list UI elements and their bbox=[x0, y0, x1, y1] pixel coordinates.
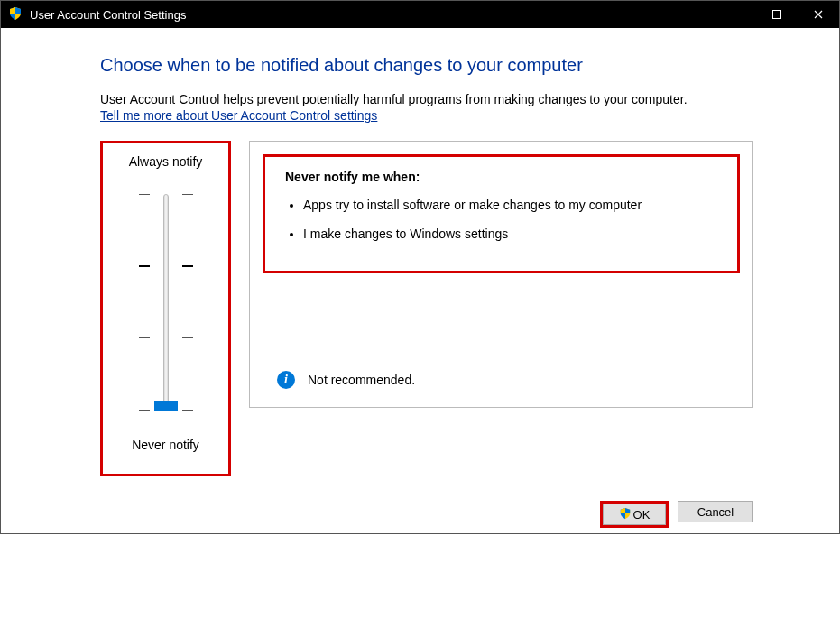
slider-label-never: Never notify bbox=[106, 438, 225, 452]
notify-item: I make changes to Windows settings bbox=[303, 226, 721, 242]
uac-slider[interactable] bbox=[139, 185, 193, 420]
svg-rect-1 bbox=[773, 11, 781, 19]
button-row: OK Cancel bbox=[600, 501, 753, 528]
notify-box-title: Never notify me when: bbox=[285, 170, 721, 184]
svg-rect-0 bbox=[731, 14, 740, 14]
titlebar: User Account Control Settings bbox=[1, 1, 839, 28]
ok-button-highlight: OK bbox=[600, 501, 669, 528]
slider-notch-1 bbox=[139, 337, 193, 338]
shield-icon bbox=[619, 507, 632, 522]
window-title: User Account Control Settings bbox=[30, 8, 186, 22]
slider-notch-2 bbox=[139, 266, 193, 267]
recommendation-status: i Not recommended. bbox=[277, 371, 415, 389]
notify-box: Never notify me when: Apps try to instal… bbox=[263, 154, 740, 273]
page-heading: Choose when to be notified about changes… bbox=[100, 55, 753, 76]
shield-icon bbox=[8, 6, 23, 23]
notify-item: Apps try to install software or make cha… bbox=[303, 197, 721, 213]
description-text: User Account Control helps prevent poten… bbox=[100, 92, 753, 106]
ok-button[interactable]: OK bbox=[603, 504, 666, 525]
slider-label-always: Always notify bbox=[106, 154, 225, 169]
notify-list: Apps try to install software or make cha… bbox=[285, 197, 721, 242]
titlebar-title-area: User Account Control Settings bbox=[8, 6, 715, 23]
close-button[interactable] bbox=[798, 1, 839, 28]
minimize-button[interactable] bbox=[715, 1, 756, 28]
uac-settings-window: User Account Control Settings Choose whe… bbox=[0, 0, 840, 534]
slider-column: Always notify Never notify bbox=[100, 141, 231, 476]
content-area: Choose when to be notified about changes… bbox=[1, 28, 839, 533]
help-link[interactable]: Tell me more about User Account Control … bbox=[100, 108, 377, 123]
slider-thumb[interactable] bbox=[154, 401, 178, 411]
cancel-button-label: Cancel bbox=[697, 505, 734, 519]
maximize-button[interactable] bbox=[756, 1, 798, 28]
slider-notch-3 bbox=[139, 194, 193, 195]
slider-track bbox=[163, 194, 169, 407]
cancel-button[interactable]: Cancel bbox=[678, 501, 753, 522]
ok-button-label: OK bbox=[633, 508, 651, 522]
recommendation-text: Not recommended. bbox=[308, 373, 415, 387]
info-icon: i bbox=[277, 371, 295, 389]
details-panel: Never notify me when: Apps try to instal… bbox=[249, 141, 753, 408]
window-controls bbox=[715, 1, 839, 28]
main-row: Always notify Never notify Never notify … bbox=[100, 141, 753, 476]
